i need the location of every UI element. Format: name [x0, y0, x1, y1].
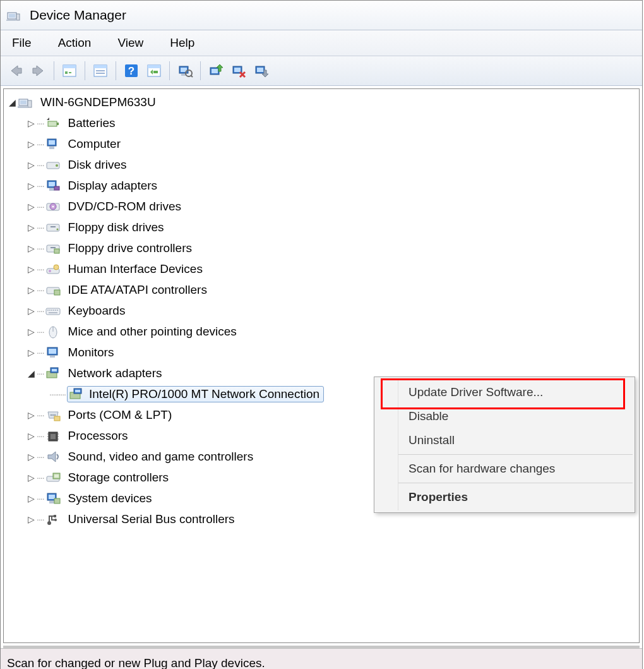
svg-text:?: ? [128, 65, 134, 77]
tree-node[interactable]: ▷····Monitors [5, 342, 638, 363]
expand-collapse-glyph-icon[interactable]: ▷ [27, 452, 35, 462]
help-button[interactable]: ? [121, 61, 141, 81]
svg-rect-92 [49, 501, 54, 503]
expand-collapse-glyph-icon[interactable]: ▷ [27, 202, 35, 212]
tree-connector: ···· [37, 327, 44, 337]
scan-hardware-button[interactable] [175, 61, 195, 81]
expand-collapse-glyph-icon[interactable]: ▷ [27, 306, 35, 316]
category-icon [45, 408, 61, 422]
context-update-driver[interactable]: Update Driver Software... [398, 380, 633, 404]
tree-node[interactable]: ▷····DVD/CD-ROM drives [5, 196, 638, 217]
category-icon [45, 220, 61, 234]
context-uninstall[interactable]: Uninstall [398, 428, 633, 452]
show-hide-console-tree-button[interactable] [59, 61, 80, 81]
expand-collapse-glyph-icon[interactable]: ▷ [27, 222, 35, 232]
expand-collapse-glyph-icon[interactable]: ▷ [27, 431, 35, 441]
category-icon [45, 429, 61, 443]
context-menu-separator [398, 483, 633, 483]
svg-rect-29 [28, 100, 32, 107]
category-icon [45, 179, 61, 193]
tree-node-label: IDE ATA/ATAPI controllers [67, 283, 208, 297]
expand-collapse-glyph-icon[interactable]: ▷ [27, 264, 35, 274]
context-properties[interactable]: Properties [398, 485, 633, 509]
svg-point-77 [54, 414, 55, 415]
tree-connector: ···· [37, 222, 44, 232]
expand-collapse-glyph-icon[interactable]: ▷ [27, 410, 35, 420]
tree-node[interactable]: ▷····Display adapters [5, 175, 638, 196]
svg-rect-15 [153, 71, 158, 73]
uninstall-button[interactable] [229, 61, 249, 81]
tree-connector: ···· [37, 452, 44, 462]
menu-view[interactable]: View [110, 34, 151, 52]
svg-rect-41 [54, 186, 59, 190]
tree-node[interactable]: ▷····Disk drives [5, 154, 638, 175]
svg-rect-57 [47, 310, 49, 311]
computer-root-icon [18, 95, 33, 109]
window-title: Device Manager [30, 8, 126, 23]
menu-action[interactable]: Action [51, 34, 99, 52]
svg-point-95 [54, 519, 57, 521]
tree-root[interactable]: ◢ WIN-6GNDEPM633U [5, 92, 638, 112]
expand-collapse-glyph-icon[interactable]: ◢ [27, 368, 35, 378]
tree-connector: ···· [37, 347, 44, 358]
toolbar-separator [169, 61, 170, 80]
expand-collapse-glyph-icon[interactable]: ▷ [27, 473, 35, 483]
tree-node[interactable]: ▷····Computer [5, 133, 638, 154]
tree-connector: ···· [37, 410, 44, 420]
svg-rect-67 [49, 349, 56, 354]
svg-rect-78 [54, 416, 60, 421]
expand-collapse-glyph-icon[interactable]: ▷ [27, 243, 35, 253]
tree-node[interactable]: ▷····Floppy disk drives [5, 217, 638, 238]
tree-node-label: System devices [67, 491, 153, 505]
category-icon [45, 491, 61, 505]
context-disable[interactable]: Disable [398, 404, 633, 428]
disable-button[interactable] [251, 61, 271, 81]
tree-node-label: Computer [67, 137, 122, 151]
category-icon [45, 200, 61, 214]
svg-point-75 [50, 414, 51, 415]
expand-collapse-glyph-icon[interactable]: ▷ [27, 181, 35, 191]
svg-point-44 [52, 205, 54, 207]
expand-collapse-glyph-icon[interactable]: ▷ [27, 493, 35, 503]
tree-node-label: Human Interface Devices [67, 262, 204, 276]
expand-collapse-glyph-icon[interactable]: ▷ [27, 514, 35, 524]
svg-rect-58 [49, 310, 51, 311]
expand-collapse-glyph-icon[interactable]: ▷ [27, 160, 35, 170]
tree-node-label: Sound, video and game controllers [67, 450, 255, 464]
svg-rect-89 [54, 474, 59, 478]
category-icon [45, 158, 61, 172]
tree-node-label: Floppy disk drives [67, 220, 165, 234]
tree-node[interactable]: ▷····Mice and other pointing devices [5, 321, 638, 342]
svg-rect-34 [49, 140, 55, 145]
toolbar: ? [1, 56, 642, 86]
category-icon [45, 471, 61, 485]
menu-file[interactable]: File [4, 34, 39, 52]
category-icon [45, 304, 61, 318]
context-scan-hardware[interactable]: Scan for hardware changes [398, 457, 633, 481]
update-driver-button[interactable] [206, 61, 226, 81]
tree-node[interactable]: ▷····Keyboards [5, 300, 638, 321]
expand-collapse-glyph-icon[interactable]: ▷ [27, 347, 35, 358]
menu-help[interactable]: Help [162, 34, 202, 52]
expand-collapse-glyph-icon[interactable]: ◢ [8, 97, 16, 107]
svg-rect-49 [51, 247, 56, 248]
svg-rect-60 [53, 310, 54, 311]
device-manager-window: Device Manager File Action View Help ? [0, 0, 643, 669]
forward-button[interactable] [28, 61, 49, 81]
tree-connector: ···· [37, 493, 44, 503]
expand-collapse-glyph-icon[interactable]: ▷ [27, 327, 35, 337]
back-button[interactable] [6, 61, 26, 81]
svg-rect-59 [51, 310, 52, 311]
tree-node[interactable]: ▷····Human Interface Devices [5, 258, 638, 279]
properties-button[interactable] [90, 61, 110, 81]
expand-collapse-glyph-icon[interactable]: ▷ [27, 285, 35, 295]
action-pane-button[interactable] [144, 61, 164, 81]
tree-node[interactable]: ▷····Floppy drive controllers [5, 238, 638, 258]
expand-collapse-glyph-icon[interactable]: ▷ [27, 139, 35, 149]
expand-collapse-glyph-icon[interactable]: ▷ [27, 118, 35, 128]
tree-connector: ···· [37, 368, 44, 378]
svg-rect-74 [75, 390, 80, 392]
tree-node[interactable]: ▷····IDE ATA/ATAPI controllers [5, 279, 638, 300]
device-tree: ◢ WIN-6GNDEPM633U ▷····Batteries▷····Com… [3, 88, 640, 643]
tree-node[interactable]: ▷····Batteries [5, 112, 638, 133]
